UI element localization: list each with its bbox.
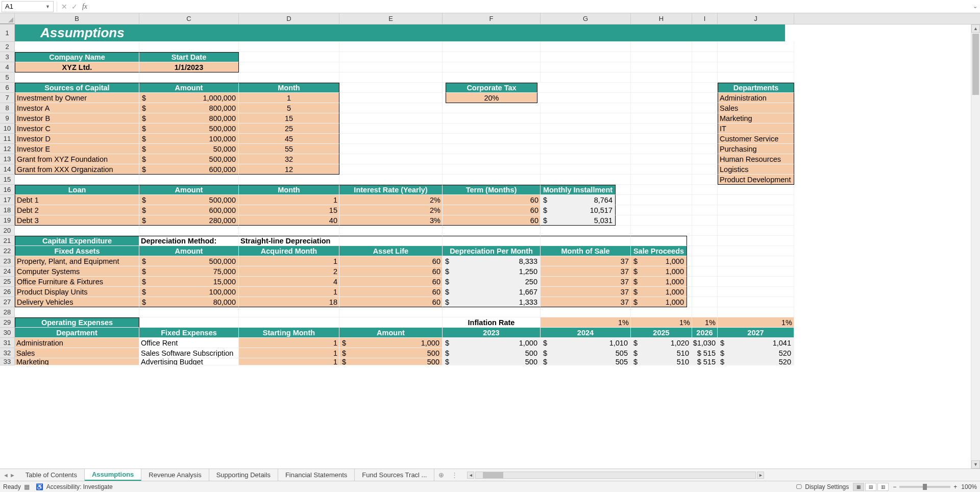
row-header[interactable]: 25 <box>0 277 15 287</box>
loan-row[interactable]: Debt 1 <box>15 195 139 205</box>
loan-row[interactable]: Debt 3 <box>15 215 139 226</box>
col-header[interactable]: I <box>692 13 718 24</box>
horizontal-scrollbar[interactable]: ◄ ► <box>467 472 764 479</box>
soc-month[interactable]: 15 <box>239 113 339 124</box>
scroll-down-icon[interactable]: ▼ <box>971 460 980 469</box>
fa-proceeds[interactable]: $1,000 <box>631 256 687 266</box>
col-header[interactable]: C <box>139 13 239 24</box>
formula-input[interactable] <box>93 0 970 13</box>
row-header[interactable]: 8 <box>0 103 15 113</box>
fa-row[interactable]: Product Display Units <box>15 287 139 297</box>
fa-acq[interactable]: 1 <box>239 256 339 266</box>
soc-amount[interactable]: $800,000 <box>139 113 239 124</box>
loan-term[interactable]: 60 <box>443 205 541 215</box>
scroll-right-icon[interactable]: ► <box>757 472 764 479</box>
dept-item[interactable]: Logistics <box>718 164 794 175</box>
sheet-tab[interactable]: Fund Sources Tracl ... <box>355 469 434 481</box>
row-header[interactable]: 2 <box>0 42 15 52</box>
fa-amount[interactable]: $15,000 <box>139 277 239 287</box>
loan-month[interactable]: 1 <box>239 195 339 205</box>
row-header[interactable]: 22 <box>0 246 15 256</box>
loan-rate[interactable]: 3% <box>339 215 443 226</box>
zoom-out-icon[interactable]: − <box>893 483 896 490</box>
opex-dept[interactable]: Marketing <box>15 358 139 365</box>
row-header[interactable]: 24 <box>0 266 15 277</box>
name-box-input[interactable] <box>5 3 41 10</box>
fa-life[interactable]: 60 <box>339 297 443 307</box>
fa-life[interactable]: 60 <box>339 256 443 266</box>
row-header[interactable]: 9 <box>0 113 15 124</box>
opex-month[interactable]: 1 <box>239 348 339 358</box>
col-header[interactable]: F <box>443 13 541 24</box>
row-header[interactable]: 26 <box>0 287 15 297</box>
zoom-level[interactable]: 100% <box>961 483 977 490</box>
soc-month[interactable]: 45 <box>239 134 339 144</box>
name-box[interactable]: ▼ <box>2 1 54 12</box>
row-header[interactable]: 11 <box>0 134 15 144</box>
row-header[interactable]: 13 <box>0 154 15 164</box>
fa-sale-month[interactable]: 37 <box>541 287 631 297</box>
row-header[interactable]: 33 <box>0 358 15 365</box>
fa-row[interactable]: Computer Systems <box>15 266 139 277</box>
fa-sale-month[interactable]: 37 <box>541 266 631 277</box>
loan-month[interactable]: 15 <box>239 205 339 215</box>
loan-rate[interactable]: 2% <box>339 195 443 205</box>
company-name-value[interactable]: XYZ Ltd. <box>15 62 139 72</box>
fa-acq[interactable]: 1 <box>239 287 339 297</box>
col-header[interactable]: H <box>631 13 692 24</box>
row-header[interactable]: 15 <box>0 175 15 185</box>
fa-acq[interactable]: 2 <box>239 266 339 277</box>
sheet-tab[interactable]: Assumptions <box>85 469 141 481</box>
row-header[interactable]: 14 <box>0 164 15 175</box>
fa-row[interactable]: Property, Plant, and Equipment <box>15 256 139 266</box>
row-header[interactable]: 3 <box>0 52 15 62</box>
sheet-tab[interactable]: Table of Contents <box>18 469 85 481</box>
row-header[interactable]: 5 <box>0 72 15 83</box>
fa-amount[interactable]: $100,000 <box>139 287 239 297</box>
row-header[interactable]: 27 <box>0 297 15 307</box>
soc-month[interactable]: 55 <box>239 144 339 154</box>
opex-amount[interactable]: $500 <box>339 358 443 365</box>
soc-amount[interactable]: $600,000 <box>139 164 239 175</box>
soc-row[interactable]: Investor C <box>15 124 139 134</box>
fa-proceeds[interactable]: $1,000 <box>631 277 687 287</box>
accessibility-text[interactable]: Accessibility: Investigate <box>46 483 113 490</box>
scroll-left-icon[interactable]: ◄ <box>467 472 474 479</box>
dept-item[interactable]: Marketing <box>718 113 794 124</box>
row-header[interactable]: 18 <box>0 205 15 215</box>
fx-icon[interactable]: fx <box>80 3 90 11</box>
fa-row[interactable]: Office Furniture & Fixtures <box>15 277 139 287</box>
loan-rate[interactable]: 2% <box>339 205 443 215</box>
opex-dept[interactable]: Administration <box>15 338 139 348</box>
row-header[interactable]: 10 <box>0 124 15 134</box>
display-settings-label[interactable]: Display Settings <box>805 483 849 490</box>
zoom-slider[interactable] <box>899 486 950 488</box>
row-header[interactable]: 12 <box>0 144 15 154</box>
soc-amount[interactable]: $1,000,000 <box>139 93 239 103</box>
dept-item[interactable]: Purchasing <box>718 144 794 154</box>
opex-exp[interactable]: Office Rent <box>139 338 239 348</box>
inflation-val[interactable]: 1% <box>692 317 718 328</box>
soc-amount[interactable]: $100,000 <box>139 134 239 144</box>
fa-sale-month[interactable]: 37 <box>541 277 631 287</box>
row-header[interactable]: 1 <box>0 24 15 42</box>
row-header[interactable]: 4 <box>0 62 15 72</box>
loan-month[interactable]: 40 <box>239 215 339 226</box>
soc-month[interactable]: 12 <box>239 164 339 175</box>
soc-amount[interactable]: $500,000 <box>139 124 239 134</box>
fa-proceeds[interactable]: $1,000 <box>631 297 687 307</box>
fa-amount[interactable]: $500,000 <box>139 256 239 266</box>
row-header[interactable]: 20 <box>0 226 15 236</box>
sheet-tab[interactable]: Supporting Details <box>209 469 278 481</box>
select-all-corner[interactable] <box>0 13 15 24</box>
opex-month[interactable]: 1 <box>239 338 339 348</box>
row-header[interactable]: 16 <box>0 185 15 195</box>
name-box-dropdown-icon[interactable]: ▼ <box>45 4 50 9</box>
soc-row[interactable]: Grant from XXX Organization <box>15 164 139 175</box>
corp-tax-value[interactable]: 20% <box>446 93 537 103</box>
fa-acq[interactable]: 4 <box>239 277 339 287</box>
macro-record-icon[interactable]: ▦ <box>24 483 30 490</box>
row-header[interactable]: 31 <box>0 338 15 348</box>
row-header[interactable]: 17 <box>0 195 15 205</box>
start-date-value[interactable]: 1/1/2023 <box>139 62 239 72</box>
